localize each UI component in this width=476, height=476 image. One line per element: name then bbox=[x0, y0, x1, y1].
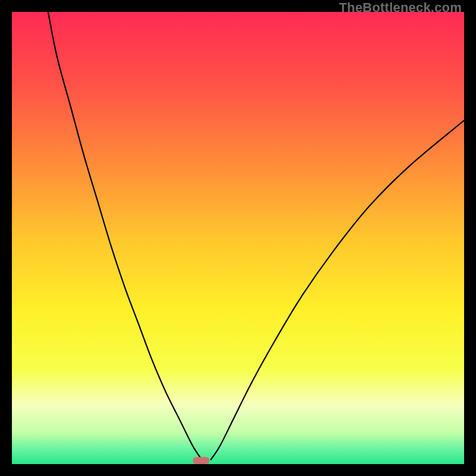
minimum-marker bbox=[193, 457, 209, 464]
chart-svg bbox=[12, 12, 464, 464]
watermark-text: TheBottleneck.com bbox=[339, 0, 462, 15]
plot-area bbox=[12, 12, 464, 464]
gradient-background bbox=[12, 12, 464, 464]
plot-frame bbox=[12, 12, 464, 464]
